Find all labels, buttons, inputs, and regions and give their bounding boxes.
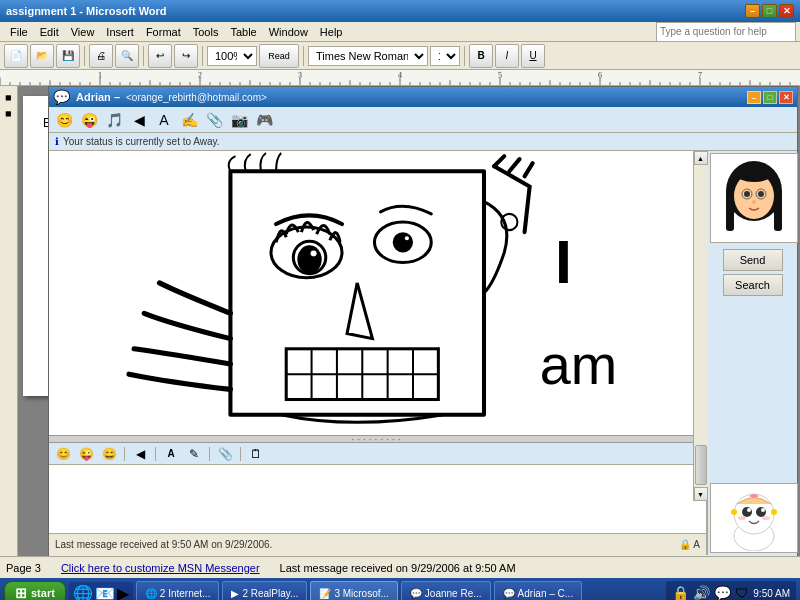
input-font-btn[interactable]: A	[161, 445, 181, 463]
svg-text:I: I	[555, 228, 572, 296]
tray-antivirus-icon[interactable]: 🛡	[735, 585, 749, 600]
msn-tool-9[interactable]: 🎮	[253, 109, 275, 131]
message-input[interactable]	[49, 465, 706, 533]
read-button[interactable]: Read	[259, 44, 299, 68]
taskbar-item-word[interactable]: 📝 3 Microsof...	[310, 581, 397, 600]
close-button[interactable]: ✕	[779, 4, 794, 18]
scroll-up-arrow[interactable]: ▲	[694, 151, 708, 165]
input-sep4	[240, 447, 241, 461]
msn-tool-4[interactable]: ◀	[128, 109, 150, 131]
msn-minimize-button[interactable]: –	[747, 91, 761, 104]
input-attach-btn[interactable]: 📎	[215, 445, 235, 463]
msn-toolbar: 😊 😜 🎵 ◀ A ✍ 📎 📷 🎮	[49, 107, 797, 133]
svg-text:am: am	[540, 334, 617, 396]
menu-tools[interactable]: Tools	[187, 24, 225, 40]
ruler	[0, 70, 800, 86]
msn-tool-3[interactable]: 🎵	[103, 109, 125, 131]
input-back-btn[interactable]: ◀	[130, 445, 150, 463]
msn-tool-1[interactable]: 😊	[53, 109, 75, 131]
zoom-select[interactable]: 100%	[207, 46, 257, 66]
taskbar-item-adrian[interactable]: 💬 Adrian – C...	[494, 581, 583, 600]
msn-tool-5[interactable]: A	[153, 109, 175, 131]
msn-tool-6[interactable]: ✍	[178, 109, 200, 131]
contact-avatar-svg	[714, 156, 794, 241]
my-avatar-svg	[717, 486, 792, 551]
input-nudge-btn[interactable]: 😜	[76, 445, 96, 463]
bold-button[interactable]: B	[469, 44, 493, 68]
svg-point-22	[758, 191, 764, 197]
ruler-canvas	[0, 70, 800, 85]
sidebar-icon-2: ◼	[2, 106, 16, 120]
scroll-down-arrow[interactable]: ▼	[694, 487, 708, 501]
right-panel: Send Search	[707, 151, 797, 555]
input-wink-btn[interactable]: 😄	[99, 445, 119, 463]
chat-scrollbar: ▲ ▼	[693, 151, 707, 501]
undo-button[interactable]: ↩	[148, 44, 172, 68]
menu-view[interactable]: View	[65, 24, 101, 40]
menu-edit[interactable]: Edit	[34, 24, 65, 40]
search-button[interactable]: Search	[723, 274, 783, 296]
msn-contact-email: <orange_rebirth@hotmail.com>	[126, 92, 267, 103]
menu-table[interactable]: Table	[224, 24, 262, 40]
msn-tool-7[interactable]: 📎	[203, 109, 225, 131]
outlook-icon[interactable]: 📧	[95, 584, 115, 601]
svg-rect-20	[774, 191, 782, 231]
input-sep3	[209, 447, 210, 461]
msn-chat-divider[interactable]: ·········	[49, 435, 706, 443]
menu-window[interactable]: Window	[263, 24, 314, 40]
ie-taskbar-icon: 🌐	[145, 588, 157, 599]
italic-button[interactable]: I	[495, 44, 519, 68]
contact-avatar	[710, 153, 798, 243]
ie-icon[interactable]: 🌐	[73, 584, 93, 601]
taskbar-item-joanne[interactable]: 💬 Joanne Re...	[401, 581, 491, 600]
msn-main-content: I am	[49, 151, 797, 555]
menu-insert[interactable]: Insert	[100, 24, 140, 40]
scroll-track[interactable]	[694, 165, 708, 487]
save-button[interactable]: 💾	[56, 44, 80, 68]
font-size-select[interactable]: 12	[430, 46, 460, 66]
windows-logo-icon: ⊞	[15, 585, 27, 600]
preview-button[interactable]: 🔍	[115, 44, 139, 68]
word-status-bar: Page 3 Click here to customize MSN Messe…	[0, 556, 800, 578]
new-button[interactable]: 📄	[4, 44, 28, 68]
send-button[interactable]: Send	[723, 249, 783, 271]
font-name-select[interactable]: Times New Roman	[308, 46, 428, 66]
start-button[interactable]: ⊞ start	[4, 581, 66, 600]
page-info: Page 3	[6, 562, 41, 574]
input-extra-btn[interactable]: 🗒	[246, 445, 266, 463]
toolbar-sep3	[202, 46, 203, 66]
taskbar-item-label-1: 2 RealPlay...	[242, 588, 298, 599]
media-player-icon[interactable]: ▶	[117, 584, 129, 601]
tray-volume-icon[interactable]: 🔊	[693, 585, 710, 600]
svg-point-35	[731, 509, 737, 515]
msn-tool-2[interactable]: 😜	[78, 109, 100, 131]
input-emoticon-btn[interactable]: 😊	[53, 445, 73, 463]
minimize-button[interactable]: –	[745, 4, 760, 18]
msn-tool-8[interactable]: 📷	[228, 109, 250, 131]
title-text: assignment 1 - Microsoft Word	[6, 5, 167, 17]
open-button[interactable]: 📂	[30, 44, 54, 68]
joanne-taskbar-icon: 💬	[410, 588, 422, 599]
maximize-button[interactable]: □	[762, 4, 777, 18]
msn-contact-name: Adrian –	[76, 91, 120, 103]
input-area: 😊 😜 😄 ◀ A ✎ 📎 🗒	[49, 443, 706, 533]
msn-maximize-button[interactable]: □	[763, 91, 777, 104]
menu-format[interactable]: Format	[140, 24, 187, 40]
tray-msn-icon[interactable]: 💬	[714, 585, 731, 600]
drawing-area: I am	[49, 151, 706, 435]
msn-close-button[interactable]: ✕	[779, 91, 793, 104]
underline-button[interactable]: U	[521, 44, 545, 68]
taskbar-item-realplay[interactable]: ▶ 2 RealPlay...	[222, 581, 307, 600]
tray-network-icon[interactable]: 🔒	[672, 585, 689, 600]
print-button[interactable]: 🖨	[89, 44, 113, 68]
taskbar-item-label-0: 2 Internet...	[160, 588, 211, 599]
taskbar: ⊞ start 🌐 📧 ▶ 🌐 2 Internet... ▶ 2 RealPl…	[0, 578, 800, 600]
scroll-thumb[interactable]	[695, 445, 707, 485]
redo-button[interactable]: ↪	[174, 44, 198, 68]
menu-help[interactable]: Help	[314, 24, 349, 40]
msn-status-msg[interactable]: Click here to customize MSN Messenger	[61, 562, 260, 574]
input-draw-btn[interactable]: ✎	[184, 445, 204, 463]
help-search[interactable]	[656, 22, 796, 42]
taskbar-item-internet[interactable]: 🌐 2 Internet...	[136, 581, 220, 600]
menu-file[interactable]: File	[4, 24, 34, 40]
